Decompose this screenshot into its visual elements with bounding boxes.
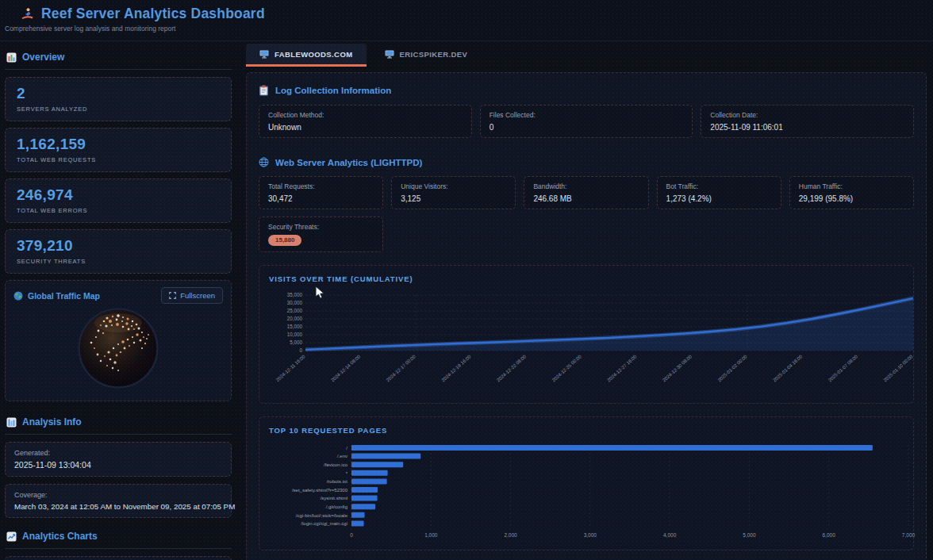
- svg-text:/cgi-bin/luci/;stok=/locale: /cgi-bin/luci/;stok=/locale: [296, 512, 348, 517]
- stat-label: SERVERS ANALYZED: [17, 105, 220, 113]
- svg-text:2024-12-27 16:00: 2024-12-27 16:00: [606, 353, 638, 382]
- bar-chart-icon: [6, 417, 17, 428]
- coverage-card: Coverage: March 03, 2024 at 12:05 AM to …: [5, 484, 232, 518]
- tab-label: FABLEWOODS.COM: [275, 50, 353, 59]
- svg-text:5,000: 5,000: [743, 532, 756, 538]
- traffic-globe[interactable]: [77, 307, 159, 393]
- svg-text:4,000: 4,000: [663, 532, 677, 538]
- svg-text:2024-12-11 16:00: 2024-12-11 16:00: [275, 353, 306, 382]
- tab-ericspiker-dev[interactable]: ERICSPIKER.DEV: [371, 44, 482, 67]
- app-header: Reef Server Analytics Dashboard Comprehe…: [0, 0, 933, 41]
- main-content: FABLEWOODS.COM ERICSPIKER.DEV Log Collec…: [235, 41, 933, 560]
- page-title: Reef Server Analytics Dashboard: [41, 6, 265, 22]
- svg-text:/: /: [346, 445, 347, 450]
- stat-card-total-web-errors: 246,974 TOTAL WEB ERRORS: [5, 178, 232, 223]
- stat-value: 1,162,159: [17, 136, 220, 153]
- fullscreen-icon: [169, 292, 176, 299]
- fullscreen-button[interactable]: Fullscreen: [161, 287, 223, 304]
- svg-text:2025-01-02 00:00: 2025-01-02 00:00: [717, 353, 749, 382]
- stat-value: 2: [17, 85, 220, 102]
- svg-text:7,000: 7,000: [902, 532, 916, 538]
- bot-traffic-card: Bot Traffic: 1,273 (4.2%): [657, 176, 781, 209]
- svg-text:1,000: 1,000: [424, 532, 438, 538]
- svg-text:/.env: /.env: [337, 454, 347, 458]
- top-pages-chart: 01,0002,0003,0004,0005,0006,0007,000//.e…: [269, 440, 904, 545]
- card-label: Collection Date:: [710, 111, 904, 119]
- global-traffic-map-panel: Global Traffic Map Fullscreen: [5, 280, 232, 401]
- svg-text:2024-12-25 00:00: 2024-12-25 00:00: [551, 353, 583, 382]
- mouse-cursor: [315, 286, 325, 303]
- monitor-icon: [385, 50, 394, 59]
- card-label: Human Traffic:: [799, 182, 904, 190]
- card-label: Collection Method:: [268, 111, 463, 119]
- card-value: 246.68 MB: [533, 194, 639, 203]
- svg-text:2024-12-14 08:00: 2024-12-14 08:00: [330, 353, 362, 382]
- svg-text:2025-01-07 08:00: 2025-01-07 08:00: [827, 353, 859, 382]
- svg-text:6,000: 6,000: [823, 532, 836, 538]
- svg-text:/.git/config: /.git/config: [326, 504, 347, 509]
- svg-text:35,000: 35,000: [287, 292, 303, 297]
- svg-text:2024-12-30 08:00: 2024-12-30 08:00: [662, 353, 693, 382]
- stat-card-security-threats: 379,210 SECURITY THREATS: [5, 229, 232, 274]
- visits-over-time-chart: 35,00030,00025,00020,00015,00010,0005,00…: [269, 289, 904, 398]
- svg-text:10,000: 10,000: [287, 332, 303, 337]
- files-collected-card: Files Collected: 0: [480, 105, 693, 138]
- stat-label: SECURITY THREATS: [17, 258, 220, 265]
- card-value: 29,199 (95.8%): [799, 194, 904, 203]
- total-requests-card: Total Requests: 30,472: [259, 176, 383, 209]
- stat-label: TOTAL WEB ERRORS: [17, 207, 220, 214]
- sidebar: Overview 2 SERVERS ANALYZED 1,162,159 TO…: [0, 41, 235, 560]
- sidebar-section-analytics-charts-header: Analytics Charts: [5, 525, 232, 549]
- section-title: Log Collection Information: [275, 86, 391, 95]
- tab-fablewoods-com[interactable]: FABLEWOODS.COM: [246, 44, 367, 67]
- visits-over-time-panel: VISITS OVER TIME (CUMULATIVE) 35,00030,0…: [259, 265, 914, 404]
- card-value: 3,125: [401, 194, 506, 203]
- log-collection-header: Log Collection Information: [259, 85, 914, 96]
- server-report-panel: Log Collection Information Collection Me…: [246, 72, 927, 560]
- svg-text:*: *: [346, 470, 348, 475]
- stat-label: TOTAL WEB REQUESTS: [17, 156, 220, 163]
- collection-method-card: Collection Method: Unknown: [259, 105, 472, 138]
- collection-date-card: Collection Date: 2025-11-09 11:06:01: [701, 105, 914, 138]
- svg-text:0: 0: [299, 347, 302, 353]
- svg-text:5,000: 5,000: [290, 339, 302, 345]
- security-threats-row: Security Threats: 15,880: [259, 217, 914, 252]
- card-label: Files Collected:: [490, 111, 684, 119]
- card-label: Bot Traffic:: [666, 182, 772, 190]
- svg-text:/robots.txt: /robots.txt: [327, 479, 348, 484]
- globe-icon: [13, 291, 23, 301]
- chart-up-icon: [6, 531, 17, 542]
- svg-text:2024-12-17 00:00: 2024-12-17 00:00: [386, 353, 417, 382]
- sidebar-section-title: Analysis Info: [22, 416, 82, 428]
- stat-card-total-web-requests: 1,162,159 TOTAL WEB REQUESTS: [5, 128, 232, 172]
- card-label: Security Threats:: [268, 223, 374, 231]
- svg-text:2025-01-04 16:00: 2025-01-04 16:00: [772, 353, 804, 382]
- coverage-value: March 03, 2024 at 12:05 AM to November 0…: [14, 502, 222, 511]
- svg-text:2024-12-22 08:00: 2024-12-22 08:00: [496, 353, 528, 382]
- stat-value: 379,210: [17, 237, 220, 255]
- svg-text:20,000: 20,000: [287, 316, 303, 321]
- sidebar-section-title: Overview: [22, 52, 64, 63]
- log-collection-cards: Collection Method: Unknown Files Collect…: [259, 105, 914, 138]
- card-value: Unknown: [268, 123, 463, 132]
- clipboard-icon: [259, 85, 269, 96]
- app-root: Reef Server Analytics Dashboard Comprehe…: [0, 0, 933, 560]
- security-threats-card: Security Threats: 15,880: [259, 217, 383, 252]
- card-label: Unique Visitors:: [401, 182, 506, 190]
- threat-count-badge: 15,880: [268, 235, 301, 246]
- svg-text:/login.cgi/cgi_main.cgi: /login.cgi/cgi_main.cgi: [301, 521, 347, 526]
- svg-text:/set_safety.shtml?r=52300: /set_safety.shtml?r=52300: [292, 487, 348, 492]
- generated-label: Generated:: [14, 449, 222, 457]
- card-value: 30,472: [268, 194, 374, 203]
- svg-text:2,000: 2,000: [504, 532, 517, 538]
- monitor-icon: [259, 50, 269, 59]
- hourly-requests-panel: HOURLY REQUESTS 15,00010,0005,0000: [5, 556, 232, 560]
- svg-text:30,000: 30,000: [287, 300, 303, 305]
- coverage-label: Coverage:: [14, 491, 222, 499]
- bar-chart-icon: [6, 52, 17, 63]
- page-subtitle: Comprehensive server log analysis and mo…: [5, 25, 933, 33]
- tab-label: ERICSPIKER.DEV: [400, 50, 468, 59]
- traffic-map-title: Global Traffic Map: [28, 291, 100, 301]
- sidebar-section-overview-header: Overview: [5, 46, 232, 70]
- svg-text:15,000: 15,000: [287, 324, 303, 329]
